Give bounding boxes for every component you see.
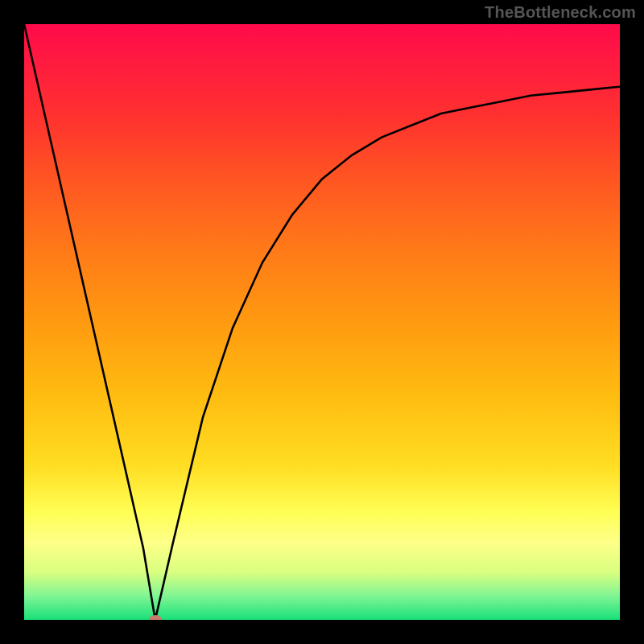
plot-area xyxy=(24,24,620,620)
curve-path xyxy=(24,24,620,620)
minimum-marker xyxy=(149,615,162,620)
chart-frame: TheBottleneck.com xyxy=(0,0,644,644)
watermark-text: TheBottleneck.com xyxy=(485,3,636,22)
bottleneck-curve xyxy=(24,24,620,620)
